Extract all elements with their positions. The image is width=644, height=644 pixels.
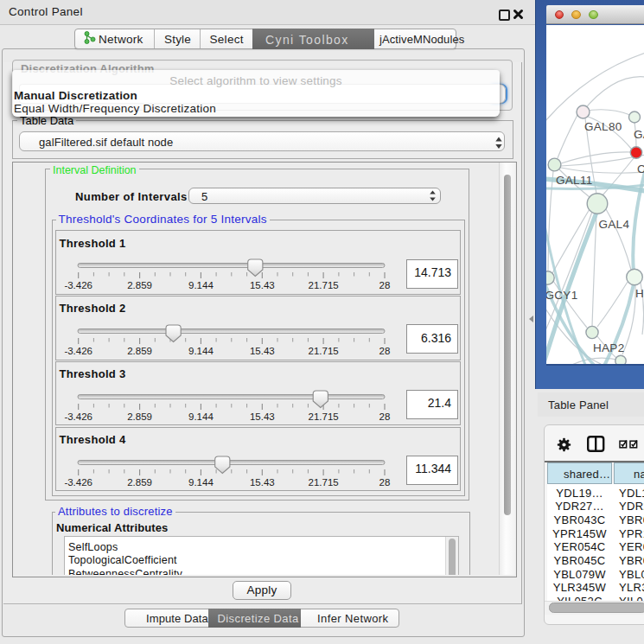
- svg-text:GAL80: GAL80: [584, 120, 622, 133]
- svg-text:GCY1: GCY1: [546, 289, 577, 302]
- svg-text:GA: GA: [634, 128, 644, 141]
- svg-text:HAP2: HAP2: [593, 341, 624, 354]
- svg-text:GAL4: GAL4: [599, 218, 630, 231]
- svg-text:H: H: [635, 287, 644, 300]
- svg-text:GAL11: GAL11: [556, 174, 593, 187]
- svg-text:CY: CY: [637, 163, 644, 175]
